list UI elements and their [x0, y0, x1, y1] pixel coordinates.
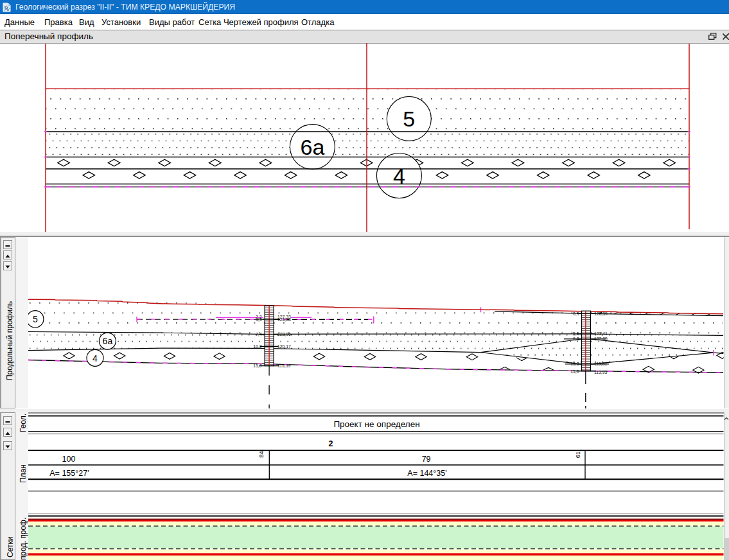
svg-text:5: 5	[403, 107, 415, 131]
svg-text:115,39: 115,39	[277, 363, 291, 368]
svg-text:100: 100	[62, 455, 76, 464]
svg-text:3,5: 3,5	[256, 317, 262, 322]
svg-text:0,5: 0,5	[573, 311, 579, 316]
svg-text:5,5: 5,5	[573, 331, 579, 336]
svg-text:Проект не определен: Проект не определен	[333, 419, 419, 429]
svg-text:4: 4	[393, 164, 405, 188]
svg-text:A= 144°35': A= 144°35'	[407, 469, 446, 478]
svg-text:61: 61	[574, 451, 581, 459]
svg-text:113,93: 113,93	[594, 370, 608, 374]
svg-text:15,0: 15,0	[253, 363, 261, 368]
svg-text:10,2: 10,2	[253, 344, 261, 349]
svg-text:6а: 6а	[103, 336, 113, 346]
svg-text:122,09: 122,09	[594, 337, 608, 341]
svg-text:7,4: 7,4	[256, 332, 262, 337]
svg-text:128,39: 128,39	[594, 311, 608, 316]
svg-text:6,8: 6,8	[573, 337, 579, 341]
svg-text:123,41: 123,41	[594, 331, 608, 336]
svg-text:15,0: 15,0	[570, 369, 579, 374]
svg-text:6a: 6a	[300, 135, 324, 159]
svg-text:120,17: 120,17	[277, 344, 291, 349]
svg-text:126,88: 126,88	[277, 317, 291, 322]
svg-text:84: 84	[258, 451, 265, 458]
svg-text:79: 79	[422, 455, 431, 464]
svg-text:122,96: 122,96	[277, 332, 291, 337]
svg-text:4: 4	[92, 353, 98, 363]
svg-text:2: 2	[329, 439, 333, 448]
svg-text:A= 155°27': A= 155°27'	[49, 469, 89, 478]
svg-text:13,3: 13,3	[570, 362, 579, 366]
svg-text:115,81: 115,81	[594, 362, 608, 366]
svg-text:5: 5	[33, 314, 38, 324]
